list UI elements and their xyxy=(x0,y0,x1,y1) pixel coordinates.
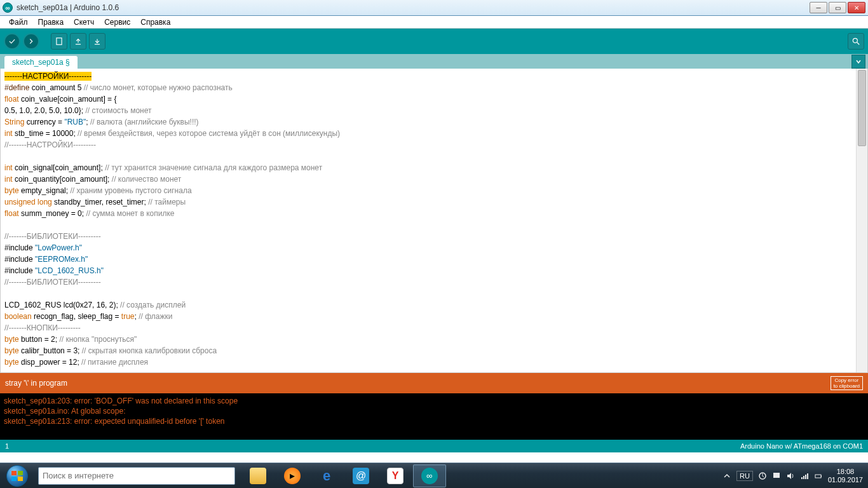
menu-edit[interactable]: Правка xyxy=(33,17,69,28)
serial-monitor-button[interactable] xyxy=(848,33,864,50)
taskbar-ie[interactable]: e xyxy=(310,464,343,487)
yandex-icon: Y xyxy=(387,468,403,484)
menu-bar: Файл Правка Скетч Сервис Справка xyxy=(0,16,868,29)
tray-sync-icon[interactable] xyxy=(758,471,767,480)
status-line-number: 1 xyxy=(5,442,9,450)
svg-line-4 xyxy=(857,43,860,45)
start-button[interactable] xyxy=(0,463,34,489)
taskbar-mail[interactable]: @ xyxy=(344,464,377,487)
search-placeholder: Поиск в интернете xyxy=(43,471,114,480)
window-titlebar: ∞ sketch_sep01a | Arduino 1.0.6 ─ ▭ ✕ xyxy=(0,0,868,16)
start-orb-icon xyxy=(6,465,28,487)
verify-button[interactable] xyxy=(4,33,20,50)
svg-rect-0 xyxy=(57,38,62,45)
arduino-icon: ∞ xyxy=(421,468,438,484)
svg-point-3 xyxy=(853,38,857,43)
taskbar-search-input[interactable]: Поиск в интернете xyxy=(38,467,235,485)
upload-button[interactable] xyxy=(23,33,39,50)
maximize-button[interactable]: ▭ xyxy=(829,2,846,13)
menu-sketch[interactable]: Скетч xyxy=(69,17,99,28)
save-button[interactable] xyxy=(89,33,105,50)
code-editor[interactable]: -------НАСТРОЙКИ--------- #define coin_a… xyxy=(0,69,868,373)
editor-scrollbar[interactable] xyxy=(856,69,867,372)
windows-taskbar: Поиск в интернете ▸ e @ Y ∞ RU 18:08 01.… xyxy=(0,463,868,488)
console-output[interactable]: sketch_sep01a:203: error: 'BOD_OFF' was … xyxy=(0,393,868,440)
error-bar: stray '\' in program Copy error to clipb… xyxy=(0,373,868,393)
mail-icon: @ xyxy=(353,468,369,484)
arduino-app-icon: ∞ xyxy=(3,3,13,13)
menu-tools[interactable]: Сервис xyxy=(99,17,135,28)
tray-network-icon[interactable] xyxy=(800,471,809,480)
open-button[interactable] xyxy=(70,33,86,50)
tray-flag-icon[interactable] xyxy=(772,471,781,480)
ie-icon: e xyxy=(318,468,335,484)
status-board-info: Arduino Nano w/ ATmega168 on COM1 xyxy=(740,442,863,450)
toolbar xyxy=(0,29,868,54)
folder-icon xyxy=(250,468,266,484)
svg-rect-12 xyxy=(821,475,822,477)
error-summary: stray '\' in program xyxy=(5,379,67,388)
svg-rect-8 xyxy=(803,476,804,479)
tray-volume-icon[interactable] xyxy=(786,471,795,480)
taskbar-explorer[interactable] xyxy=(241,464,275,487)
tray-clock[interactable]: 18:08 01.09.2017 xyxy=(828,468,863,484)
scrollbar-thumb[interactable] xyxy=(858,70,866,146)
tray-show-hidden-icon[interactable] xyxy=(722,471,731,480)
tray-date: 01.09.2017 xyxy=(828,476,863,484)
console-line: sketch_sep01a:203: error: 'BOD_OFF' was … xyxy=(4,396,864,406)
svg-rect-10 xyxy=(807,473,808,479)
menu-file[interactable]: Файл xyxy=(4,17,33,28)
editor-content[interactable]: -------НАСТРОЙКИ--------- #define coin_a… xyxy=(4,71,856,370)
new-button[interactable] xyxy=(51,33,67,50)
svg-rect-11 xyxy=(815,475,821,478)
taskbar-yandex[interactable]: Y xyxy=(379,464,412,487)
svg-rect-7 xyxy=(801,477,803,479)
copy-error-button[interactable]: Copy error to clipboard xyxy=(831,376,863,390)
menu-help[interactable]: Справка xyxy=(135,17,175,28)
tab-menu-button[interactable] xyxy=(851,55,865,69)
window-title: sketch_sep01a | Arduino 1.0.6 xyxy=(17,3,810,12)
taskbar-media-player[interactable]: ▸ xyxy=(276,464,309,487)
console-line: sketch_sep01a:213: error: expected unqua… xyxy=(4,416,864,426)
svg-rect-9 xyxy=(805,475,806,479)
svg-rect-6 xyxy=(773,473,780,478)
console-line: sketch_sep01a.ino: At global scope: xyxy=(4,406,864,416)
taskbar-arduino[interactable]: ∞ xyxy=(413,464,446,487)
system-tray: RU 18:08 01.09.2017 xyxy=(717,468,868,484)
tray-power-icon[interactable] xyxy=(814,471,823,480)
window-controls: ─ ▭ ✕ xyxy=(810,2,865,13)
taskbar-apps: ▸ e @ Y ∞ xyxy=(241,463,446,488)
minimize-button[interactable]: ─ xyxy=(810,2,827,13)
tray-time: 18:08 xyxy=(828,468,863,476)
tab-bar: sketch_sep01a § xyxy=(0,54,868,69)
tab-sketch[interactable]: sketch_sep01a § xyxy=(4,55,78,69)
media-icon: ▸ xyxy=(284,468,301,484)
tray-language[interactable]: RU xyxy=(736,471,753,481)
close-button[interactable]: ✕ xyxy=(848,2,865,13)
status-bar: 1 Arduino Nano w/ ATmega168 on COM1 xyxy=(0,440,868,452)
